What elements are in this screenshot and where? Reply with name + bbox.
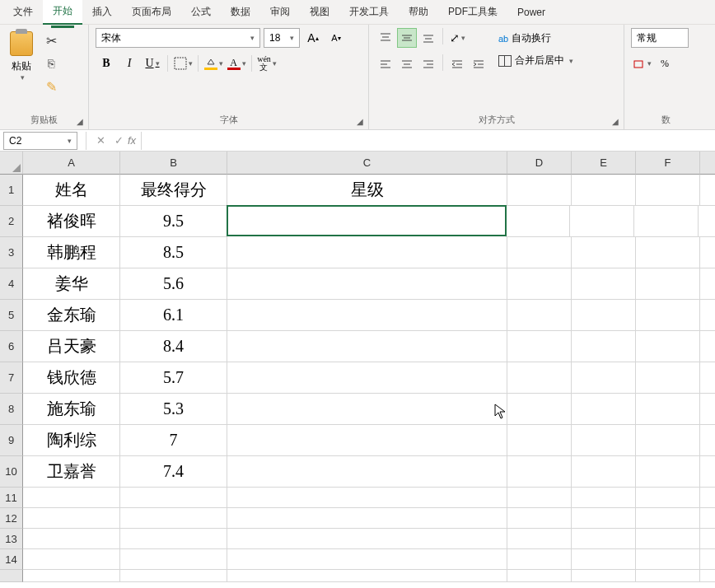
cell[interactable] (636, 237, 700, 268)
cell[interactable] (227, 425, 507, 456)
menu-tab-6[interactable]: 审阅 (260, 0, 300, 24)
cell[interactable] (572, 456, 636, 488)
row-header-[interactable] (0, 570, 23, 582)
cell[interactable] (700, 488, 715, 508)
cell[interactable] (227, 331, 507, 362)
phonetic-button[interactable]: wén 文 ▾ (256, 53, 278, 74)
cell[interactable] (227, 237, 507, 268)
alignment-dialog-launcher[interactable]: ◢ (610, 115, 621, 127)
row-header-14[interactable]: 14 (0, 549, 23, 570)
cell[interactable] (699, 206, 715, 237)
cell[interactable] (700, 362, 715, 394)
cell[interactable] (572, 570, 636, 582)
cell[interactable] (700, 175, 715, 206)
cell[interactable] (636, 508, 700, 529)
cell[interactable] (23, 508, 120, 529)
cell[interactable] (507, 570, 572, 582)
align-left-button[interactable] (376, 54, 395, 74)
orientation-button[interactable]: ⤢▾ (447, 28, 467, 48)
cell[interactable] (700, 456, 715, 488)
menu-tab-4[interactable]: 公式 (181, 0, 221, 24)
paste-button[interactable]: 粘贴 ▾ (7, 28, 36, 85)
menu-tab-1[interactable]: 开始 (43, 0, 82, 25)
cell[interactable] (700, 529, 715, 549)
column-header-A[interactable]: A (23, 152, 120, 175)
cell[interactable] (572, 549, 636, 570)
cell[interactable] (227, 362, 507, 394)
cell[interactable]: 陶利综 (23, 425, 120, 456)
cell[interactable] (23, 549, 120, 570)
cell[interactable]: 6.1 (120, 300, 227, 331)
cell[interactable] (227, 529, 507, 549)
column-header-B[interactable]: B (120, 152, 227, 175)
align-right-button[interactable] (418, 54, 438, 74)
fx-icon[interactable]: fx (128, 134, 136, 147)
menu-tab-10[interactable]: PDF工具集 (438, 0, 507, 24)
row-header-9[interactable]: 9 (0, 425, 23, 456)
cell[interactable] (120, 529, 227, 549)
column-header-C[interactable]: C (227, 152, 507, 175)
menu-tab-7[interactable]: 视图 (300, 0, 339, 24)
font-dialog-launcher[interactable]: ◢ (354, 115, 366, 127)
cell[interactable] (700, 268, 715, 300)
cell[interactable] (572, 300, 636, 331)
cut-button[interactable]: ✂ (41, 31, 61, 49)
cell[interactable] (572, 488, 636, 508)
row-header-3[interactable]: 3 (0, 237, 23, 268)
row-header-11[interactable]: 11 (0, 488, 23, 508)
cell[interactable]: 韩鹏程 (23, 237, 120, 268)
column-header-D[interactable]: D (507, 152, 572, 175)
column-header-F[interactable]: F (636, 152, 700, 175)
cell[interactable] (23, 488, 120, 508)
cell[interactable] (636, 175, 700, 206)
cell[interactable]: 8.4 (120, 331, 227, 362)
cell[interactable] (572, 508, 636, 529)
border-button[interactable]: ▾ (172, 53, 194, 74)
cell[interactable]: 姜华 (23, 268, 120, 300)
cell[interactable] (227, 488, 507, 508)
cell[interactable] (23, 529, 120, 549)
cell[interactable]: 吕天豪 (23, 331, 120, 362)
formula-input[interactable] (141, 132, 715, 150)
align-middle-button[interactable] (397, 28, 417, 48)
cell[interactable] (227, 456, 507, 488)
column-header-E[interactable]: E (572, 152, 636, 175)
font-size-dropdown[interactable]: 18 ▾ (264, 28, 300, 48)
cell[interactable] (507, 529, 572, 549)
cell[interactable]: 金东瑜 (23, 300, 120, 331)
cell[interactable] (636, 425, 700, 456)
cell[interactable] (507, 425, 572, 456)
cell[interactable] (227, 268, 507, 300)
cell[interactable] (227, 549, 507, 570)
cell[interactable] (636, 300, 700, 331)
row-header-8[interactable]: 8 (0, 394, 23, 425)
cell[interactable] (700, 394, 715, 425)
row-header-10[interactable]: 10 (0, 456, 23, 488)
cell[interactable] (227, 205, 507, 236)
cell[interactable] (700, 508, 715, 529)
align-center-button[interactable] (397, 54, 417, 74)
number-format-dropdown[interactable]: 常规 (631, 28, 689, 48)
cell[interactable] (227, 508, 507, 529)
cell[interactable] (120, 488, 227, 508)
row-header-2[interactable]: 2 (0, 206, 23, 237)
cell[interactable] (572, 529, 636, 549)
cell[interactable] (227, 570, 507, 582)
cell[interactable] (700, 300, 715, 331)
cell[interactable] (636, 362, 700, 394)
cell[interactable] (227, 394, 507, 425)
underline-button[interactable]: U▾ (142, 53, 163, 74)
cell[interactable] (507, 268, 572, 300)
select-all-corner[interactable] (0, 152, 23, 175)
row-header-5[interactable]: 5 (0, 300, 23, 331)
cell[interactable] (700, 331, 715, 362)
cell[interactable] (120, 549, 227, 570)
menu-tab-5[interactable]: 数据 (221, 0, 260, 24)
cell[interactable]: 8.5 (120, 237, 227, 268)
cell[interactable] (636, 570, 700, 582)
increase-indent-button[interactable] (469, 54, 488, 74)
cell[interactable] (636, 394, 700, 425)
menu-tab-2[interactable]: 插入 (82, 0, 122, 24)
align-top-button[interactable] (376, 28, 395, 48)
row-header-7[interactable]: 7 (0, 362, 23, 394)
